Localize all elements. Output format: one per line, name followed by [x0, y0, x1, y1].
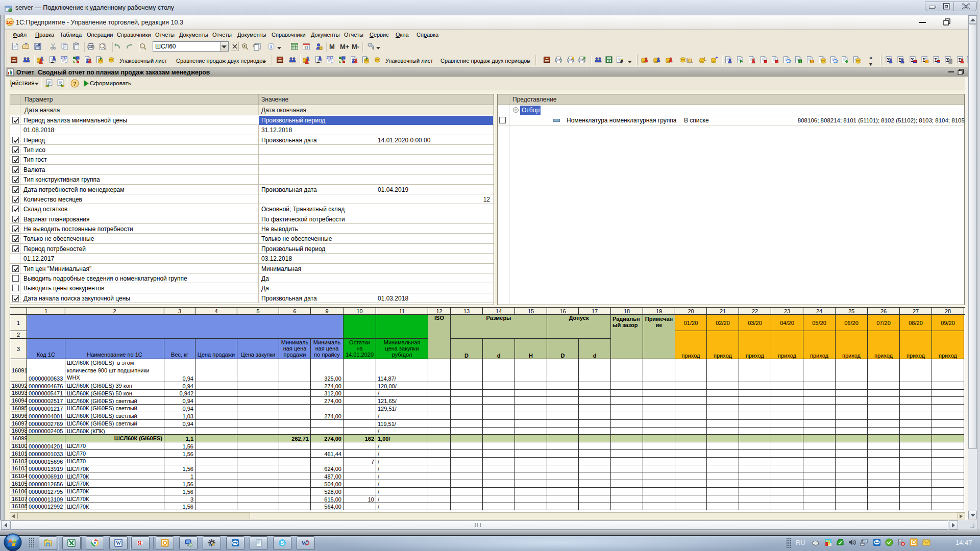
svg-text:31: 31	[304, 45, 308, 49]
svg-text:W: W	[116, 540, 121, 546]
svg-text:S: S	[280, 540, 284, 546]
svg-text:Я: Я	[138, 540, 141, 546]
svg-text:СЧЕТ: СЧЕТ	[61, 57, 67, 59]
svg-text:СЧЕТ: СЧЕТ	[327, 57, 333, 59]
svg-text:?: ?	[73, 81, 76, 87]
svg-text:WW: WW	[825, 539, 830, 542]
svg-text:1С: 1С	[6, 19, 12, 25]
